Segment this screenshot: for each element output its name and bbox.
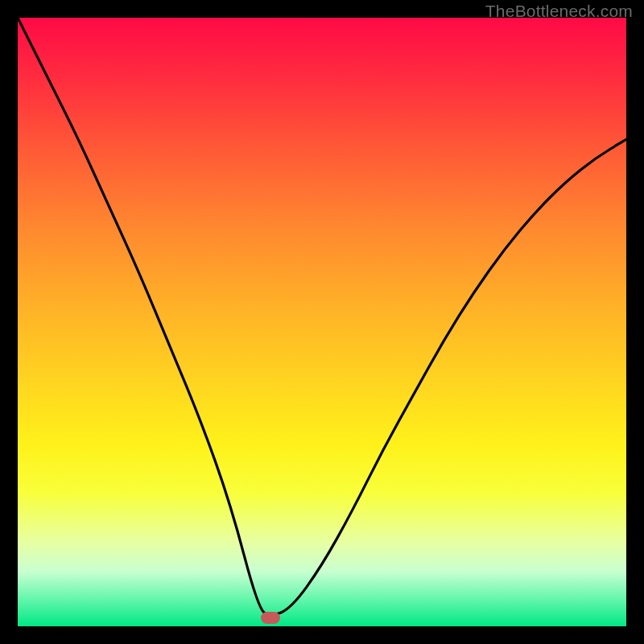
optimal-point-marker: [261, 612, 280, 624]
watermark-text: TheBottleneck.com: [485, 2, 633, 21]
chart-frame: TheBottleneck.com: [0, 0, 644, 644]
plot-area: [18, 18, 626, 626]
bottleneck-curve: [18, 18, 626, 626]
